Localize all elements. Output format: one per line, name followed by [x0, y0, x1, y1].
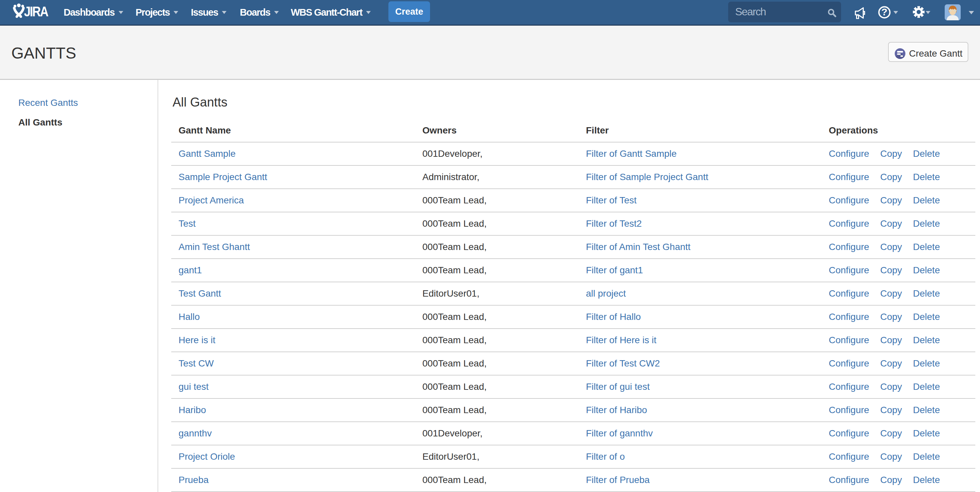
- svg-text:?: ?: [881, 6, 888, 17]
